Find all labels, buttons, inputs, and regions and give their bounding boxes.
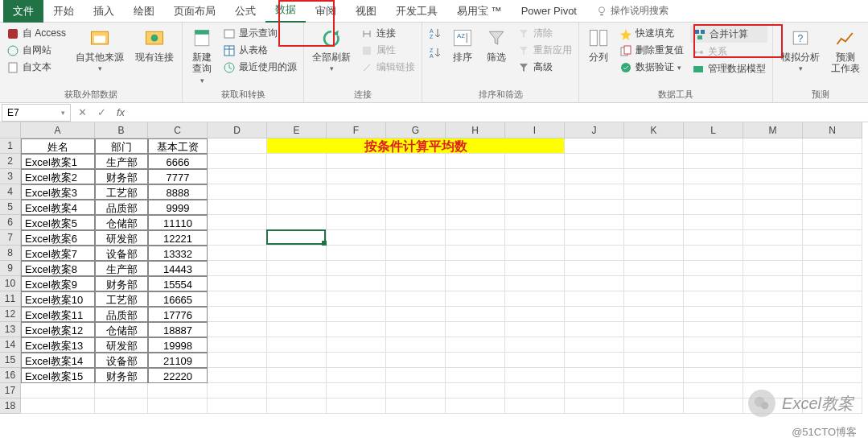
cell[interactable] [624, 215, 684, 230]
cell[interactable] [803, 215, 862, 230]
row-header-3[interactable]: 3 [0, 169, 21, 184]
cell[interactable]: 基本工资 [148, 138, 208, 154]
cell[interactable] [267, 337, 327, 353]
cell[interactable] [267, 291, 327, 307]
cell[interactable] [803, 291, 862, 307]
col-header-C[interactable]: C [148, 122, 208, 138]
consolidate-button[interactable]: 合并计算 [690, 26, 767, 43]
cell[interactable] [327, 291, 386, 307]
cell[interactable] [208, 246, 267, 261]
cell[interactable] [743, 230, 803, 246]
cell[interactable] [21, 383, 95, 399]
row-header-5[interactable]: 5 [0, 200, 21, 215]
cell[interactable] [624, 383, 684, 399]
cell[interactable] [684, 169, 743, 184]
cell[interactable] [386, 154, 446, 169]
cell[interactable] [505, 337, 565, 353]
cell[interactable] [208, 215, 267, 230]
cell[interactable] [446, 169, 505, 184]
cell[interactable] [624, 368, 684, 383]
cell[interactable] [208, 138, 267, 154]
cell[interactable] [386, 276, 446, 291]
new-query-button[interactable]: 新建 查询 [187, 26, 216, 87]
cell[interactable]: 11110 [148, 215, 208, 230]
row-header-11[interactable]: 11 [0, 291, 21, 307]
cell[interactable] [803, 200, 862, 215]
data-validation-button[interactable]: 数据验证 [618, 60, 685, 75]
cell[interactable]: Excel教案14 [21, 353, 95, 368]
cell[interactable] [684, 200, 743, 215]
cell[interactable] [267, 276, 327, 291]
cell[interactable] [803, 337, 862, 353]
row-header-7[interactable]: 7 [0, 230, 21, 246]
col-header-D[interactable]: D [208, 122, 267, 138]
cell[interactable]: 仓储部 [95, 322, 148, 337]
row-header-15[interactable]: 15 [0, 353, 21, 368]
cell[interactable] [743, 368, 803, 383]
text-to-columns-button[interactable]: 分列 [584, 26, 613, 64]
from-text-button[interactable]: 自文本 [5, 60, 68, 75]
tab-view[interactable]: 视图 [346, 0, 386, 23]
cell[interactable] [684, 276, 743, 291]
cell[interactable]: 研发部 [95, 337, 148, 353]
col-header-B[interactable]: B [95, 122, 148, 138]
cell[interactable] [208, 276, 267, 291]
cell[interactable] [505, 276, 565, 291]
cell[interactable] [95, 399, 148, 414]
tab-draw[interactable]: 绘图 [124, 0, 164, 23]
cell[interactable] [743, 200, 803, 215]
cell[interactable] [743, 261, 803, 276]
cell[interactable] [505, 291, 565, 307]
cell[interactable] [565, 261, 624, 276]
cell[interactable] [624, 230, 684, 246]
cell[interactable] [743, 215, 803, 230]
cell[interactable] [208, 368, 267, 383]
cell[interactable] [327, 215, 386, 230]
cell[interactable] [327, 307, 386, 322]
cell[interactable]: Excel教案4 [21, 200, 95, 215]
col-header-K[interactable]: K [624, 122, 684, 138]
cell[interactable] [446, 337, 505, 353]
cell[interactable] [327, 200, 386, 215]
cell[interactable] [327, 383, 386, 399]
cell[interactable] [446, 154, 505, 169]
from-table-button[interactable]: 从表格 [221, 43, 298, 58]
cell[interactable]: 品质部 [95, 307, 148, 322]
tab-developer[interactable]: 开发工具 [386, 0, 447, 23]
cell[interactable] [267, 261, 327, 276]
cell[interactable] [327, 337, 386, 353]
cell[interactable] [446, 353, 505, 368]
cell[interactable] [148, 383, 208, 399]
cell[interactable] [386, 383, 446, 399]
cell[interactable] [386, 215, 446, 230]
sort-button[interactable]: AZ 排序 [448, 26, 477, 64]
remove-duplicates-button[interactable]: 删除重复值 [618, 43, 685, 58]
cell[interactable] [21, 399, 95, 414]
cell[interactable] [386, 368, 446, 383]
select-all-corner[interactable] [0, 122, 21, 138]
cell[interactable] [386, 169, 446, 184]
col-header-A[interactable]: A [21, 122, 95, 138]
cell[interactable]: 17776 [148, 307, 208, 322]
cell[interactable]: Excel教案6 [21, 230, 95, 246]
cell[interactable] [327, 246, 386, 261]
cell[interactable] [505, 353, 565, 368]
cell[interactable] [446, 399, 505, 414]
cell[interactable] [208, 184, 267, 200]
cell[interactable] [743, 291, 803, 307]
cell[interactable] [95, 383, 148, 399]
cell[interactable] [684, 399, 743, 414]
row-header-1[interactable]: 1 [0, 138, 21, 154]
cell[interactable] [803, 307, 862, 322]
row-header-14[interactable]: 14 [0, 337, 21, 353]
cell[interactable] [208, 307, 267, 322]
refresh-all-button[interactable]: 全部刷新 [309, 26, 354, 75]
cell[interactable] [505, 200, 565, 215]
cell[interactable] [327, 184, 386, 200]
cell[interactable]: 财务部 [95, 368, 148, 383]
cell[interactable]: Excel教案12 [21, 322, 95, 337]
recent-sources-button[interactable]: 最近使用的源 [221, 60, 298, 75]
cell[interactable] [327, 276, 386, 291]
cell[interactable] [684, 184, 743, 200]
cell[interactable] [803, 246, 862, 261]
